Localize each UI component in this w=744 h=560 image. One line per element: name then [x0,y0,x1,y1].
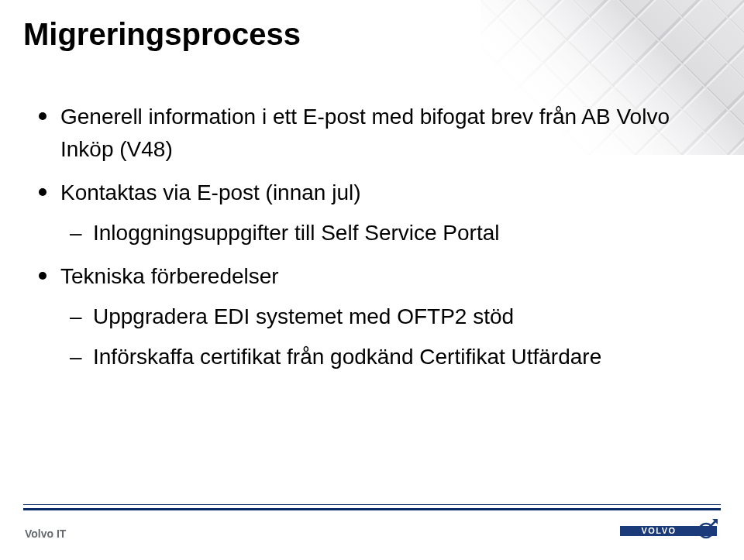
sub-bullet-text: Införskaffa certifikat från godkänd Cert… [93,345,601,369]
sub-bullet-text: Inloggningsuppgifter till Self Service P… [93,221,500,245]
logo-text: VOLVO [641,526,676,535]
sub-bullet-text: Uppgradera EDI systemet med OFTP2 stöd [93,304,514,328]
svg-line-1 [711,521,716,527]
footer-rule [23,504,721,510]
footer-label: Volvo IT [25,527,66,540]
slide-content: Generell information i ett E-post med bi… [39,101,698,384]
sub-bullet-item: Uppgradera EDI systemet med OFTP2 stöd [70,301,698,333]
bullet-item: Tekniska förberedelser Uppgradera EDI sy… [39,260,698,373]
bullet-item: Kontaktas via E-post (innan jul) Inloggn… [39,177,698,249]
slide: Migreringsprocess Generell information i… [0,0,744,560]
sub-bullet-item: Inloggningsuppgifter till Self Service P… [70,217,698,249]
bullet-text: Kontaktas via E-post (innan jul) [60,180,361,204]
sub-bullet-item: Införskaffa certifikat från godkänd Cert… [70,341,698,373]
bullet-text: Generell information i ett E-post med bi… [60,105,670,161]
slide-title: Migreringsprocess [23,17,301,52]
bullet-text: Tekniska förberedelser [60,264,279,288]
volvo-logo: VOLVO [620,515,721,546]
bullet-item: Generell information i ett E-post med bi… [39,101,698,166]
footer: Volvo IT VOLVO [23,504,721,543]
